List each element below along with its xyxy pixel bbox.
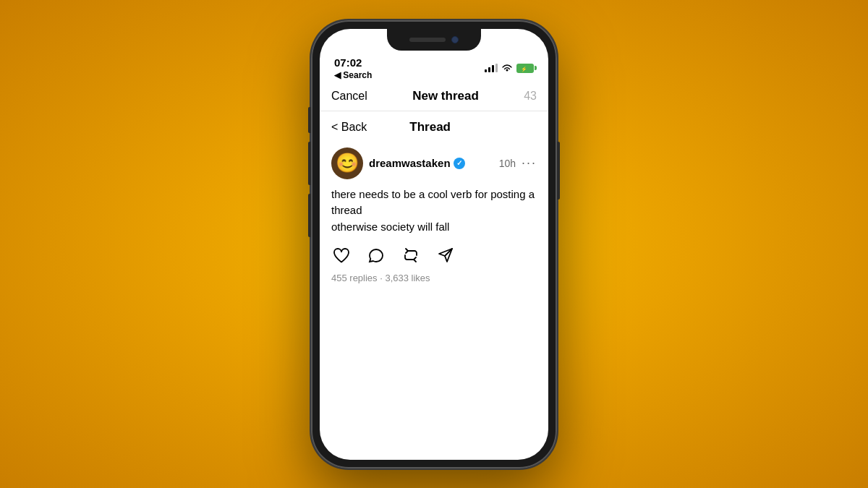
post-area: 😊 dreamwastaken ✓ 10h ···: [320, 142, 548, 460]
post-text-line1: there needs to be a cool verb for postin…: [331, 188, 535, 217]
signal-icon: [485, 64, 498, 72]
post-actions: [331, 245, 537, 265]
post-header: 😊 dreamwastaken ✓ 10h ···: [331, 147, 537, 179]
phone-mockup: 07:02 ◀ Search: [311, 20, 557, 468]
front-camera: [451, 36, 459, 43]
phone-screen: 07:02 ◀ Search: [320, 29, 548, 460]
top-nav: Cancel New thread 43: [320, 85, 548, 111]
mute-button: [308, 107, 311, 133]
post-text-line2: otherwise society will fall: [331, 221, 449, 233]
notch: [387, 29, 481, 51]
volume-up-button: [308, 142, 311, 185]
wifi-icon: [501, 64, 513, 72]
svg-text:⚡: ⚡: [521, 65, 527, 72]
battery-icon: ⚡: [516, 64, 534, 73]
username[interactable]: dreamwastaken: [369, 157, 451, 169]
share-button[interactable]: [435, 245, 456, 265]
post-stats: 455 replies · 3,633 likes: [331, 273, 537, 283]
back-button[interactable]: < Back: [331, 121, 367, 134]
thread-title: Thread: [409, 120, 451, 134]
char-count: 43: [524, 90, 537, 103]
volume-down-button: [308, 194, 311, 237]
power-button: [557, 142, 560, 200]
screen-content: 07:02 ◀ Search: [320, 29, 548, 460]
avatar[interactable]: 😊: [331, 147, 363, 179]
svg-rect-1: [530, 67, 532, 70]
secondary-nav: < Back Thread: [320, 111, 548, 142]
cancel-button[interactable]: Cancel: [331, 90, 367, 103]
back-to-search[interactable]: ◀ Search: [334, 70, 372, 80]
new-thread-title: New thread: [412, 89, 479, 103]
reply-button[interactable]: [366, 245, 386, 265]
post-meta: 10h ···: [499, 155, 537, 171]
post-content: there needs to be a cool verb for postin…: [331, 187, 537, 236]
post-user: 😊 dreamwastaken ✓: [331, 147, 465, 179]
speaker-grille: [409, 38, 446, 42]
like-button[interactable]: [331, 245, 352, 265]
username-row: dreamwastaken ✓: [369, 157, 465, 169]
verified-badge: ✓: [454, 158, 465, 169]
repost-button[interactable]: [401, 245, 421, 265]
post-time: 10h: [499, 158, 516, 169]
status-time: 07:02: [334, 56, 372, 69]
more-options-button[interactable]: ···: [522, 155, 537, 171]
status-icons: ⚡: [485, 64, 534, 73]
